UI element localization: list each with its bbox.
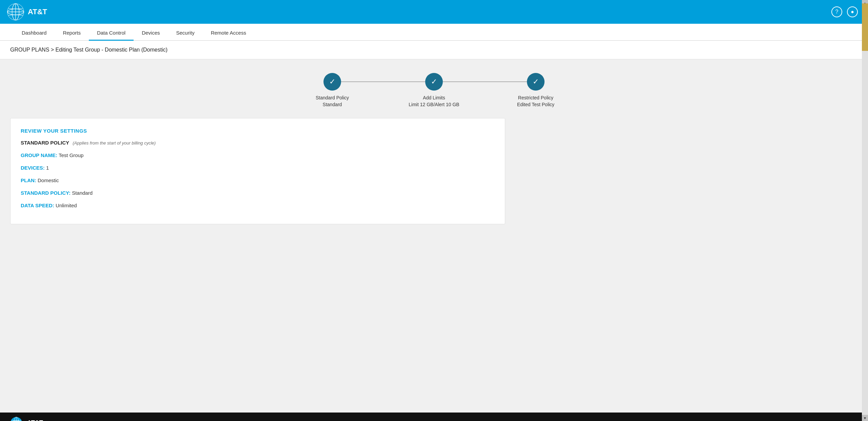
value-group-name: Test Group bbox=[59, 152, 83, 158]
stepper-step-2: ✓ Add Limits Limit 12 GB/Alert 10 GB bbox=[383, 73, 485, 108]
step-label-1: Standard Policy Standard bbox=[316, 95, 349, 108]
label-group-name: GROUP NAME: bbox=[21, 152, 57, 158]
standard-policy-subtitle: (Applies from the start of your billing … bbox=[73, 140, 156, 146]
nav-bar: Dashboard Reports Data Control Devices S… bbox=[0, 24, 868, 41]
footer-brand-name: AT&T bbox=[27, 419, 43, 421]
header-icons: ? ● bbox=[831, 6, 858, 17]
label-standard-policy: STANDARD POLICY: bbox=[21, 190, 71, 196]
review-title: REVIEW YOUR SETTINGS bbox=[21, 128, 495, 134]
att-globe-icon bbox=[7, 3, 24, 21]
step-circle-1: ✓ bbox=[323, 73, 341, 91]
nav-item-remote-access[interactable]: Remote Access bbox=[203, 26, 254, 41]
standard-policy-label: STANDARD POLICY bbox=[21, 140, 69, 146]
review-section-header: STANDARD POLICY (Applies from the start … bbox=[21, 140, 495, 146]
nav-item-devices[interactable]: Devices bbox=[134, 26, 168, 41]
breadcrumb: GROUP PLANS > Editing Test Group - Domes… bbox=[10, 47, 167, 53]
value-standard-policy: Standard bbox=[72, 190, 93, 196]
help-button[interactable]: ? bbox=[831, 6, 842, 17]
footer: AT&T bbox=[0, 413, 868, 421]
label-devices: DEVICES: bbox=[21, 165, 45, 171]
value-plan: Domestic bbox=[38, 177, 59, 183]
stepper: ✓ Standard Policy Standard ✓ Add Limits … bbox=[281, 73, 587, 108]
review-row-group-name: GROUP NAME: Test Group bbox=[21, 152, 495, 159]
header: AT&T ? ● bbox=[0, 0, 868, 24]
label-data-speed: DATA SPEED: bbox=[21, 203, 54, 208]
step-label-3: Restricted Policy Edited Test Policy bbox=[517, 95, 554, 108]
user-button[interactable]: ● bbox=[847, 6, 858, 17]
review-row-data-speed: DATA SPEED: Unlimited bbox=[21, 202, 495, 209]
nav-item-dashboard[interactable]: Dashboard bbox=[14, 26, 55, 41]
review-row-standard-policy: STANDARD POLICY: Standard bbox=[21, 189, 495, 196]
brand-name: AT&T bbox=[28, 7, 47, 16]
nav-item-reports[interactable]: Reports bbox=[55, 26, 89, 41]
breadcrumb-bar: GROUP PLANS > Editing Test Group - Domes… bbox=[0, 41, 868, 59]
review-row-plan: PLAN: Domestic bbox=[21, 177, 495, 184]
user-icon: ● bbox=[851, 9, 854, 15]
main-content: ✓ Standard Policy Standard ✓ Add Limits … bbox=[0, 59, 868, 413]
label-plan: PLAN: bbox=[21, 177, 36, 183]
value-data-speed: Unlimited bbox=[56, 203, 77, 208]
scrollbar-thumb[interactable] bbox=[862, 3, 868, 51]
review-row-devices: DEVICES: 1 bbox=[21, 164, 495, 171]
value-devices: 1 bbox=[46, 165, 49, 171]
scrollbar-track: ▲ ▼ bbox=[862, 0, 868, 421]
logo-area: AT&T bbox=[7, 3, 61, 21]
step-circle-3: ✓ bbox=[527, 73, 545, 91]
stepper-step-3: ✓ Restricted Policy Edited Test Policy bbox=[485, 73, 587, 108]
stepper-step-1: ✓ Standard Policy Standard bbox=[281, 73, 383, 108]
nav-item-security[interactable]: Security bbox=[168, 26, 203, 41]
footer-globe-icon bbox=[10, 417, 22, 421]
step-circle-2: ✓ bbox=[425, 73, 443, 91]
scrollbar-arrow-down[interactable]: ▼ bbox=[862, 415, 868, 421]
review-panel: REVIEW YOUR SETTINGS STANDARD POLICY (Ap… bbox=[10, 118, 505, 224]
nav-item-data-control[interactable]: Data Control bbox=[89, 26, 134, 41]
step-label-2: Add Limits Limit 12 GB/Alert 10 GB bbox=[409, 95, 459, 108]
